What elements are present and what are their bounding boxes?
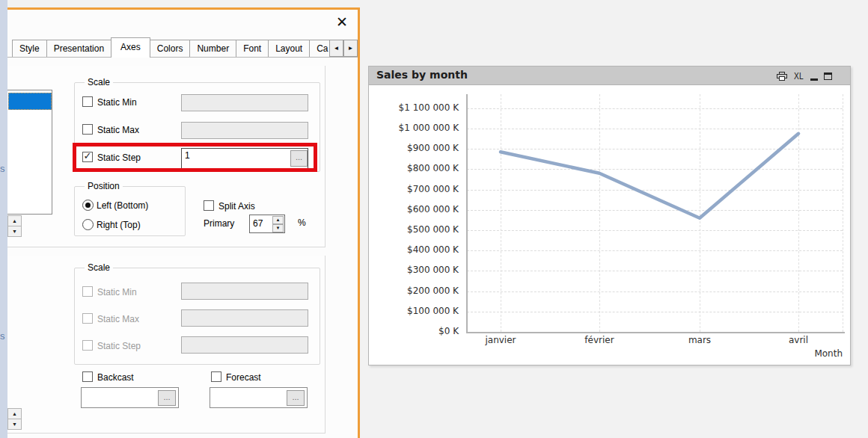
- tab-presentation[interactable]: Presentation: [46, 40, 111, 58]
- axis-list-spinner: ▲ ▼: [7, 408, 22, 430]
- position-right-top-radio[interactable]: [82, 219, 94, 230]
- forecast-checkbox[interactable]: [211, 371, 221, 382]
- position-left-bottom-radio[interactable]: [82, 200, 94, 211]
- spinner-down-icon[interactable]: ▼: [7, 419, 22, 430]
- static-min-input[interactable]: [181, 94, 308, 111]
- tab-font[interactable]: Font: [236, 40, 269, 58]
- primary-label: Primary: [204, 218, 234, 229]
- backcast-ellipsis-button[interactable]: ...: [158, 390, 176, 406]
- static-max-label: Static Max: [97, 125, 139, 135]
- group-legend: Scale: [85, 77, 113, 87]
- tab-colors[interactable]: Colors: [150, 40, 191, 58]
- backcast-label: Backcast: [97, 372, 134, 383]
- spinner-down-icon[interactable]: ▼: [7, 226, 22, 237]
- chart-window: Sales by month XL $0 K$100 000 K$200 000…: [368, 66, 851, 365]
- backcast-checkbox[interactable]: [82, 371, 93, 382]
- dialog-tabstrip: StylePresentationAxesColorsNumberFontLay…: [12, 37, 329, 58]
- static-min-label: Static Min: [97, 97, 137, 108]
- tab-ca[interactable]: Ca: [309, 40, 329, 58]
- position-right-top-label: Right (Top): [97, 220, 141, 230]
- static-step-label-disabled: Static Step: [97, 341, 141, 351]
- spinner-down-icon[interactable]: ▼: [272, 224, 284, 232]
- tab-layout[interactable]: Layout: [268, 40, 310, 58]
- static-max-input[interactable]: [181, 122, 308, 139]
- static-max-input-disabled: [181, 309, 308, 327]
- spinner-up-icon[interactable]: ▲: [7, 215, 22, 226]
- primary-percent-spinner[interactable]: 67 ▲ ▼: [249, 215, 285, 233]
- red-highlight-annotation: [73, 143, 317, 172]
- dialog-border: [7, 7, 360, 10]
- static-min-checkbox[interactable]: [82, 96, 93, 107]
- static-min-checkbox-disabled: [82, 286, 93, 297]
- static-max-label-disabled: Static Max: [97, 314, 139, 324]
- split-axis-label: Split Axis: [218, 201, 255, 212]
- forecast-ellipsis-button[interactable]: ...: [287, 390, 305, 406]
- clipped-text-fragment: s: [0, 330, 7, 341]
- screen: s s ✕ StylePresentationAxesColorsNumberF…: [0, 0, 868, 438]
- tab-style[interactable]: Style: [12, 40, 47, 58]
- list-item-selected[interactable]: [8, 93, 52, 110]
- background-edge-strip: [0, 0, 7, 438]
- clipped-text-fragment: s: [0, 163, 7, 173]
- static-step-checkbox-disabled: [82, 340, 93, 351]
- group-legend: Position: [85, 181, 123, 191]
- tab-number[interactable]: Number: [189, 40, 236, 58]
- close-icon[interactable]: ✕: [331, 13, 352, 32]
- tab-scroll-right-icon[interactable]: ►: [343, 40, 358, 57]
- static-min-label-disabled: Static Min: [97, 287, 137, 297]
- dialog-border: [358, 7, 360, 438]
- static-max-checkbox[interactable]: [82, 124, 93, 135]
- spinner-up-icon[interactable]: ▲: [272, 216, 284, 224]
- tab-axes[interactable]: Axes: [111, 37, 150, 58]
- spinner-up-icon[interactable]: ▲: [7, 408, 22, 419]
- primary-percent-value: 67: [253, 218, 263, 229]
- forecast-label: Forecast: [226, 372, 261, 383]
- tab-scroll-left-icon[interactable]: ◄: [329, 40, 343, 57]
- split-axis-checkbox[interactable]: [204, 200, 214, 211]
- sales-line-series[interactable]: [369, 67, 852, 366]
- position-left-bottom-label: Left (Bottom): [97, 200, 148, 211]
- tab-pane-divider: [7, 57, 358, 58]
- static-step-input-disabled: [181, 336, 308, 354]
- axis-expression-list[interactable]: [7, 90, 52, 215]
- axis-list-spinner: ▲ ▼: [7, 215, 22, 237]
- group-legend: Scale: [85, 262, 113, 273]
- static-max-checkbox-disabled: [82, 313, 93, 324]
- percent-label: %: [298, 218, 306, 228]
- static-min-input-disabled: [181, 283, 308, 300]
